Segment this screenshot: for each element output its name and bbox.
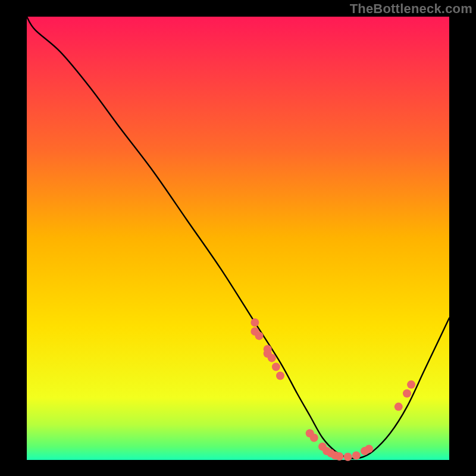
bottleneck-chart-canvas [0, 0, 476, 476]
watermark-text: TheBottleneck.com [350, 1, 472, 17]
chart-container: TheBottleneck.com [0, 0, 476, 476]
